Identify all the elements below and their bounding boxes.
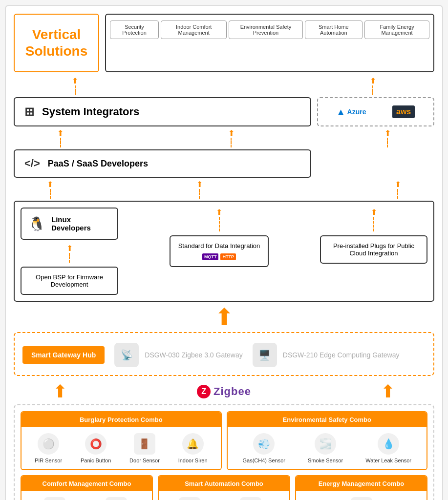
door-icon: 🚪 [134,433,155,455]
smart-automation-header: Smart Automation Combo [159,476,289,491]
linux-column: 🐧 Linux Developers ⬆ Open BSP for Firmwa… [21,208,118,295]
azure-label: Azure [347,108,366,116]
smart-gateway-button[interactable]: Smart Gateway Hub [22,346,105,364]
paas-label: PaaS / SaaS Developers [48,159,148,169]
gateway-section: Smart Gateway Hub 📡 DSGW-030 Zigbee 3.0 … [14,332,434,376]
dashed-arrow-6: ⬆ [47,180,53,199]
devices-row-2: Comfort Management Combo 🌡️ TEM&HUM Moni… [21,475,427,500]
azure-logo: ▲ Azure [337,107,366,117]
paas-row: </> PaaS / SaaS Developers [14,149,434,178]
pre-installed-card: Pre-installed Plugs for Public Cloud Int… [320,235,427,264]
linux-dev-box: 🐧 Linux Developers [21,208,118,240]
siren-icon: 🔔 [182,433,204,455]
zigbee-right-arrow: ⬆ [381,383,395,400]
ac-icon: ❄️ [240,497,261,500]
zigbee-logo: Z Zigbee [197,385,251,398]
pre-installed-label: Pre-installed Plugs for Public Cloud Int… [329,242,419,257]
water-leak-icon: 💧 [378,433,399,455]
dashed-arrow-8: ⬆ [395,180,401,199]
vertical-solutions-box: Vertical Solutions [14,14,99,72]
curtain-motor: 🪟 Smart Curtain Motor [165,497,213,500]
gas-icon: 💨 [253,433,275,455]
dashed-arrow-5: ⬆ [384,128,391,147]
gateway-device-2: 🖥️ DSGW-210 Edge Computing Gateway [253,343,400,367]
standard-data-card: Standard for Data Integration MQTT HTTP [170,235,269,267]
smoke-icon: 🌫️ [315,433,336,455]
system-integrators-row: ⊞ System Integrators ▲ Azure aws [14,97,434,126]
standard-data-label: Standard for Data Integration [178,242,260,250]
tem-hum-monitor: 🌡️ TEM&HUM Monitor [32,497,78,500]
pir-label: PIR Sensor [35,458,62,463]
air-icon: 📊 [106,497,127,500]
burglary-combo: Burglary Protection Combo ⚪ PIR Sensor ⭕… [21,411,222,470]
tab-family[interactable]: Family Energy Management [364,21,429,39]
curtain-icon: 🪟 [179,497,200,500]
environmental-combo: Environmental Safety Combo 💨 Gas(CH4) Se… [227,411,428,470]
energy-combo: Energy Management Combo 🔧 Water Valve [295,475,427,500]
water-valve: 🔧 Water Valve [347,497,376,500]
azure-triangle-icon: ▲ [337,107,345,117]
tab-indoor[interactable]: Indoor Comfort Management [161,21,227,39]
zigbee-z-icon: Z [197,385,211,398]
arrow-row-2: ⬆ ⬆ ⬆ [14,128,434,147]
solutions-tabs: Security Protection Indoor Comfort Manag… [105,14,434,72]
tab-smart-home[interactable]: Smart Home Automation [305,21,363,39]
vertical-solutions-title: Vertical Solutions [15,26,98,59]
top-section: Vertical Solutions Security Protection I… [14,14,434,72]
linux-icon: 🐧 [28,216,45,232]
dashed-arrow-3: ⬆ [57,128,64,147]
smoke-label: Smoke Sensor [308,458,343,463]
protocol-badges: MQTT HTTP [202,253,236,260]
dashed-arrow-9: ⬆ [66,244,73,263]
comfort-header: Comfort Management Combo [21,476,152,491]
environmental-header: Environmental Safety Combo [228,412,427,427]
siren-label: Indoor Siren [178,458,208,463]
burglary-body: ⚪ PIR Sensor ⭕ Panic Button 🚪 Door Senso… [21,427,221,469]
developer-section: 🐧 Linux Developers ⬆ Open BSP for Firmwa… [14,201,434,302]
dashed-arrow-11: ⬆ [371,208,377,231]
air-quality-monitor: 📊 Air Quality Monitoring [90,497,142,500]
device-label-2: DSGW-210 Edge Computing Gateway [283,351,400,359]
paas-box: </> PaaS / SaaS Developers [14,149,311,178]
comfort-combo: Comfort Management Combo 🌡️ TEM&HUM Moni… [21,475,153,500]
tabs-row: Security Protection Indoor Comfort Manag… [110,21,429,39]
energy-body: 🔧 Water Valve [296,491,427,500]
gas-label: Gas(CH4) Sensor [243,458,285,463]
arrow-linux: ⬆ [21,244,118,263]
developer-inner: 🐧 Linux Developers ⬆ Open BSP for Firmwa… [21,208,427,295]
smart-automation-body: 🪟 Smart Curtain Motor ❄️ Air Conditioner… [159,491,289,500]
zigbee-arrow-row: ⬆ Z Zigbee ⬆ [14,380,434,403]
environmental-body: 💨 Gas(CH4) Sensor 🌫️ Smoke Sensor 💧 Wate… [228,427,427,469]
devices-section: Burglary Protection Combo ⚪ PIR Sensor ⭕… [14,404,434,500]
device-icon-1: 📡 [114,343,139,367]
aws-logo: aws [392,105,415,118]
data-std-column: ⬆ Standard for Data Integration MQTT HTT… [124,208,314,267]
linux-label: Linux Developers [51,215,110,232]
devices-row-1: Burglary Protection Combo ⚪ PIR Sensor ⭕… [21,411,427,470]
gateway-inner: Smart Gateway Hub 📡 DSGW-030 Zigbee 3.0 … [21,341,427,369]
arrow-row-1: ⬆ ⬆ [14,76,434,95]
comfort-body: 🌡️ TEM&HUM Monitor 📊 Air Quality Monitor… [21,491,152,500]
main-container: Vertical Solutions Security Protection I… [5,5,443,500]
system-integrators-label: System Integrators [42,105,139,118]
big-arrow-icon: ⬆ [214,306,234,329]
burglary-header: Burglary Protection Combo [21,412,221,427]
gas-sensor: 💨 Gas(CH4) Sensor [243,433,285,463]
dashed-arrow-2: ⬆ [370,76,376,95]
open-bsp-card: Open BSP for Firmware Development [21,267,118,295]
door-sensor: 🚪 Door Sensor [129,433,160,463]
smart-automation-combo: Smart Automation Combo 🪟 Smart Curtain M… [158,475,290,500]
gateway-device-1: 📡 DSGW-030 Zigbee 3.0 Gateway [114,343,243,367]
tab-security[interactable]: Security Protection [110,21,159,39]
zigbee-left-arrow: ⬆ [53,383,67,400]
device-icon-2: 🖥️ [253,343,277,367]
dashed-arrow-4: ⬆ [228,128,235,147]
pir-icon: ⚪ [38,433,59,455]
mqtt-badge: MQTT [202,253,219,260]
grid-icon: ⊞ [24,105,34,119]
tab-environmental[interactable]: Environmental Safety Prevention [229,21,302,39]
dashed-arrow-10: ⬆ [216,208,222,231]
zigbee-label: Zigbee [213,385,251,398]
water-leak-label: Water Leak Sensor [365,458,411,463]
http-badge: HTTP [220,253,236,260]
